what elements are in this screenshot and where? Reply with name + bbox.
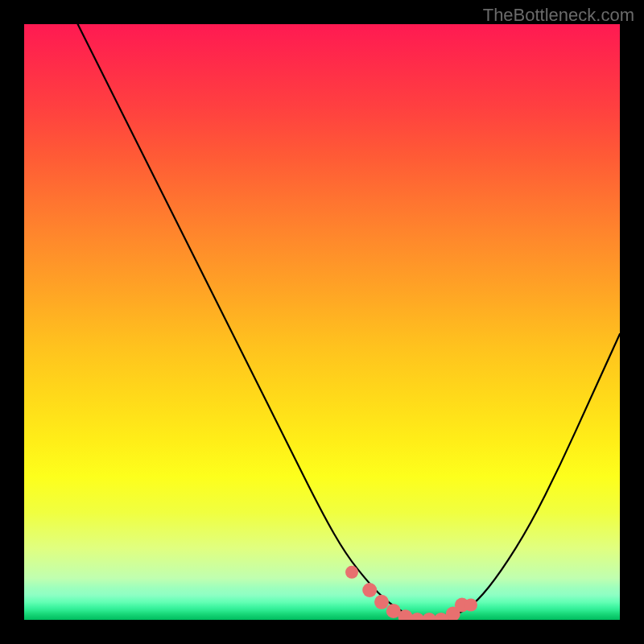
chart-plot-area xyxy=(24,24,620,620)
bottleneck-curve xyxy=(78,24,620,620)
optimal-markers-group xyxy=(345,566,477,620)
optimal-marker xyxy=(345,566,358,579)
optimal-marker xyxy=(464,599,477,612)
optimal-marker xyxy=(374,595,389,609)
optimal-marker xyxy=(362,583,377,597)
watermark-text: TheBottleneck.com xyxy=(483,5,634,26)
chart-svg xyxy=(24,24,620,620)
